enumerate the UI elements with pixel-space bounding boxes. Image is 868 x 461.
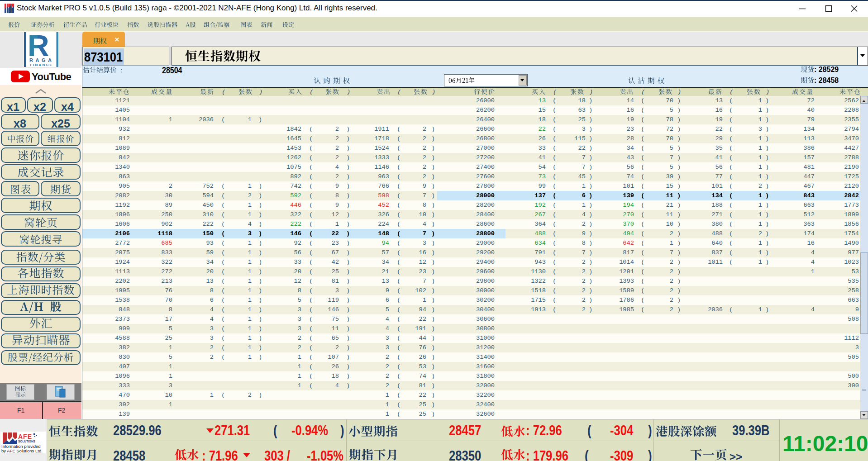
- svg-text:RAGA: RAGA: [29, 57, 54, 63]
- svg-text:SOLUTIONS: SOLUTIONS: [18, 440, 36, 443]
- svg-text:FINANCE: FINANCE: [30, 63, 53, 67]
- svg-text:AFE: AFE: [18, 433, 32, 440]
- svg-text:YouTube: YouTube: [32, 71, 72, 82]
